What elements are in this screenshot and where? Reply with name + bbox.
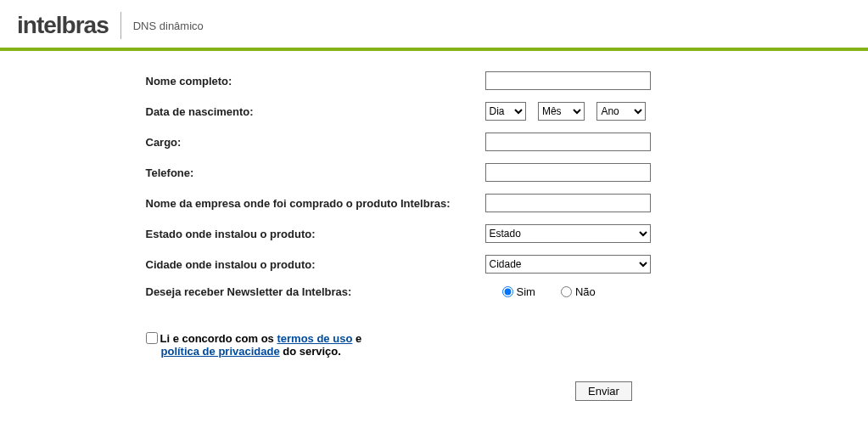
logo-text: intelbras	[17, 12, 109, 39]
privacy-link[interactable]: política de privacidade	[161, 345, 280, 358]
terms-link[interactable]: termos de uso	[277, 332, 352, 345]
estado-label: Estado onde instalou o produto:	[146, 228, 485, 240]
empresa-label: Nome da empresa onde foi comprado o prod…	[146, 197, 485, 210]
submit-row: Enviar	[146, 381, 723, 401]
row-estado: Estado onde instalou o produto: Estado	[146, 224, 723, 243]
nome-input[interactable]	[485, 71, 651, 90]
ano-select[interactable]: Ano	[596, 102, 646, 121]
registration-form: Nome completo: Data de nascimento: Dia M…	[146, 71, 723, 401]
row-cidade: Cidade onde instalou o produto: Cidade	[146, 255, 723, 274]
telefone-input[interactable]	[485, 163, 651, 182]
terms-checkbox[interactable]	[146, 332, 158, 344]
telefone-label: Telefone:	[146, 166, 485, 179]
submit-button[interactable]: Enviar	[575, 381, 632, 401]
terms-and: e	[352, 332, 361, 345]
nascimento-label: Data de nascimento:	[146, 105, 485, 118]
mes-select[interactable]: Mês	[538, 102, 585, 121]
newsletter-sim-text: Sim	[517, 285, 535, 298]
row-telefone: Telefone:	[146, 163, 723, 182]
newsletter-nao-label[interactable]: Não	[561, 285, 596, 298]
row-nascimento: Data de nascimento: Dia Mês Ano	[146, 102, 723, 121]
cargo-input[interactable]	[485, 133, 651, 151]
header-divider	[120, 12, 121, 39]
cidade-select[interactable]: Cidade	[485, 255, 651, 274]
cidade-label: Cidade onde instalou o produto:	[146, 258, 485, 271]
page-subtitle: DNS dinâmico	[133, 20, 204, 32]
newsletter-nao-text: Não	[575, 285, 596, 298]
row-empresa: Nome da empresa onde foi comprado o prod…	[146, 194, 723, 212]
newsletter-sim-radio[interactable]	[502, 286, 513, 297]
cargo-label: Cargo:	[146, 136, 485, 149]
row-nome: Nome completo:	[146, 71, 723, 90]
newsletter-radio-group: Sim Não	[485, 285, 723, 298]
newsletter-label: Deseja receber Newsletter da Intelbras:	[146, 285, 485, 298]
empresa-input[interactable]	[485, 194, 651, 212]
terms-prefix: Li e concordo com os	[160, 332, 277, 345]
terms-row: Li e concordo com os termos de uso e pol…	[146, 332, 723, 358]
row-newsletter: Deseja receber Newsletter da Intelbras: …	[146, 285, 723, 298]
page-header: intelbras DNS dinâmico	[0, 0, 868, 51]
estado-select[interactable]: Estado	[485, 224, 651, 243]
nome-label: Nome completo:	[146, 75, 485, 87]
row-cargo: Cargo:	[146, 133, 723, 151]
terms-suffix: do serviço.	[280, 345, 341, 358]
logo: intelbras	[17, 12, 109, 39]
main-content: Nome completo: Data de nascimento: Dia M…	[0, 51, 868, 421]
newsletter-nao-radio[interactable]	[561, 286, 572, 297]
dia-select[interactable]: Dia	[485, 102, 526, 121]
newsletter-sim-label[interactable]: Sim	[502, 285, 535, 298]
